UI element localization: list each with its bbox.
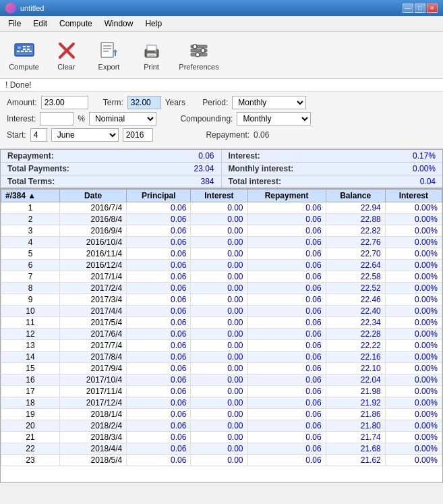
export-button[interactable]: Export: [90, 35, 127, 76]
table-cell: 0.06: [247, 363, 326, 374]
table-cell: 22.58: [326, 271, 385, 283]
table-cell: 0.06: [247, 248, 326, 260]
col-header-interest: Interest: [191, 190, 247, 202]
table-cell: 0.00: [191, 443, 247, 455]
toolbar: Compute Clear Export: [0, 32, 443, 79]
table-cell: 0.00: [191, 420, 247, 432]
start-month-select[interactable]: JanuaryFebruaryMarchAprilMay JuneJulyAug…: [51, 128, 119, 142]
term-input[interactable]: [127, 96, 161, 109]
close-button[interactable]: ✕: [427, 3, 438, 13]
table-cell: 2016/9/4: [60, 225, 127, 237]
table-cell: 0.06: [247, 397, 326, 409]
table-cell: 0.00%: [385, 443, 442, 455]
export-label: Export: [98, 63, 120, 71]
maximize-button[interactable]: □: [415, 3, 425, 13]
menu-file[interactable]: File: [3, 18, 26, 30]
menu-edit[interactable]: Edit: [28, 18, 53, 30]
svg-point-28: [201, 49, 205, 53]
period-select[interactable]: Monthly Weekly Fortnightly Quarterly Ann…: [232, 96, 306, 109]
table-cell: 0.00: [191, 432, 247, 443]
table-cell: 0.00%: [385, 409, 442, 420]
table-cell: 0.06: [247, 374, 326, 386]
table-cell: 2017/3/4: [60, 294, 127, 306]
table-row: 92017/3/40.060.000.0622.460.00%: [1, 294, 442, 306]
table-body: 12016/7/40.060.000.0622.940.00%22016/8/4…: [1, 202, 442, 466]
start-year-input[interactable]: [123, 128, 153, 142]
table-cell: 0.00%: [385, 260, 442, 271]
repayment-form-value: 0.06: [254, 130, 269, 140]
table-cell: 0.06: [247, 340, 326, 352]
menu-help[interactable]: Help: [140, 18, 167, 30]
col-header-interest-pct: Interest: [385, 190, 442, 202]
table-cell: 0.00%: [385, 225, 442, 237]
compounding-select[interactable]: Monthly Weekly Fortnightly Quarterly Ann…: [237, 112, 311, 125]
table-cell: 22.16: [326, 352, 385, 363]
compute-button[interactable]: Compute: [5, 35, 42, 76]
preferences-button[interactable]: Preferences: [175, 35, 223, 76]
start-label: Start:: [7, 130, 26, 140]
table-row: 72017/1/40.060.000.0622.580.00%: [1, 271, 442, 283]
term-label: Term:: [103, 98, 123, 107]
table-cell: 0.06: [247, 329, 326, 340]
form-area: Amount: Term: Years Period: Monthly Week…: [0, 92, 443, 149]
export-icon: [98, 40, 120, 61]
table-cell: 0.00: [191, 202, 247, 214]
percent-label: %: [78, 114, 85, 123]
svg-rect-8: [25, 51, 28, 52]
compute-icon: [13, 40, 35, 61]
amount-input[interactable]: [41, 96, 88, 109]
summary-total-interest-label: Total interest:: [229, 177, 281, 186]
table-cell: 0.06: [127, 202, 191, 214]
print-label: Print: [144, 63, 159, 71]
table-cell: 0.06: [247, 294, 326, 306]
table-cell: 2: [1, 214, 60, 225]
start-day-input[interactable]: [30, 128, 47, 142]
table-cell: 22.28: [326, 329, 385, 340]
summary-interest-label: Interest:: [229, 151, 260, 161]
table-cell: 0.00: [191, 340, 247, 352]
app-icon: [5, 3, 16, 13]
minimize-button[interactable]: —: [403, 3, 413, 13]
table-cell: 0.06: [127, 374, 191, 386]
summary-total-interest-value: 0.04: [420, 177, 436, 186]
years-label: Years: [165, 98, 185, 107]
table-cell: 0.00: [191, 455, 247, 466]
table-cell: 0.00%: [385, 386, 442, 397]
table-cell: 0.00: [191, 386, 247, 397]
table-cell: 0.00: [191, 271, 247, 283]
clear-icon: [56, 40, 78, 61]
menu-compute[interactable]: Compute: [54, 18, 98, 30]
table-cell: 0.06: [247, 443, 326, 455]
print-button[interactable]: Print: [133, 35, 170, 76]
interest-input[interactable]: [40, 112, 73, 125]
table-cell: 0.00%: [385, 317, 442, 329]
table-cell: 0.00%: [385, 237, 442, 248]
table-cell: 0.00%: [385, 352, 442, 363]
table-cell: 22.04: [326, 374, 385, 386]
table-cell: 0.06: [127, 397, 191, 409]
preferences-label: Preferences: [179, 63, 218, 71]
table-cell: 0.00%: [385, 455, 442, 466]
table-cell: 22.10: [326, 363, 385, 374]
table-cell: 2016/7/4: [60, 202, 127, 214]
table-cell: 0.06: [247, 386, 326, 397]
summary-grid: Repayment: 0.06 Interest: 0.17% Total Pa…: [0, 149, 443, 188]
svg-rect-2: [23, 46, 26, 47]
table-cell: 0.06: [247, 237, 326, 248]
table-cell: 0.00: [191, 374, 247, 386]
table-row: 112017/5/40.060.000.0622.340.00%: [1, 317, 442, 329]
table-cell: 2018/2/4: [60, 420, 127, 432]
repayment-form-label: Repayment:: [206, 130, 249, 140]
table-cell: 22.52: [326, 283, 385, 294]
table-cell: 0.06: [247, 225, 326, 237]
menu-window[interactable]: Window: [99, 18, 139, 30]
table-cell: 0.06: [127, 409, 191, 420]
table-cell: 3: [1, 225, 60, 237]
table-cell: 2017/10/4: [60, 374, 127, 386]
nominal-select[interactable]: Nominal Effective: [89, 112, 156, 125]
table-cell: 0.06: [247, 214, 326, 225]
table-cell: 22.94: [326, 202, 385, 214]
amortization-table-container[interactable]: #/384 ▲ Date Principal Interest Repaymen…: [0, 188, 443, 483]
col-header-row: #/384 ▲: [1, 190, 60, 202]
clear-button[interactable]: Clear: [48, 35, 85, 76]
